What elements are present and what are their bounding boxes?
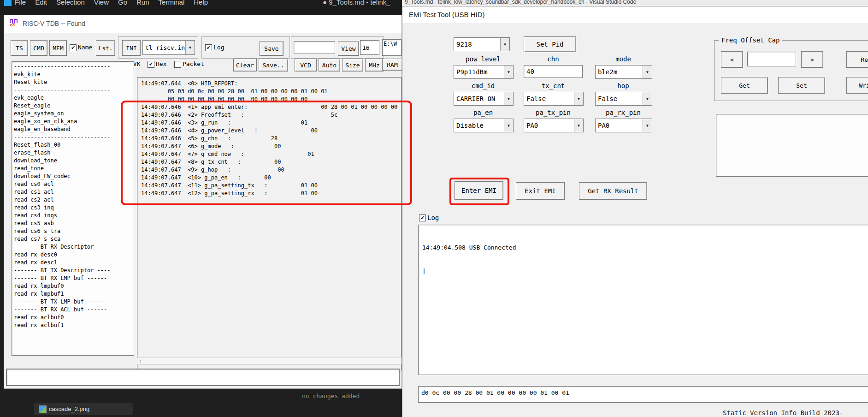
command-list-item[interactable]: ------- BT RX ACL buf ------	[14, 306, 134, 314]
command-list-item[interactable]: erase_flash	[14, 149, 134, 157]
command-list-item[interactable]: eagle_system_on	[14, 110, 134, 118]
command-list-item[interactable]: read cs7 s_sca	[14, 235, 134, 243]
ini-file-dropdown[interactable]: tl_riscv.ini ▼	[142, 40, 195, 55]
menu-help[interactable]: Help	[194, 0, 208, 6]
pa-en-dropdown[interactable]: Disable▼	[454, 119, 514, 132]
pow-level-dropdown[interactable]: P9p11dBm▼	[454, 65, 514, 79]
freq-set-button[interactable]: Set	[778, 77, 825, 94]
size-button[interactable]: Size	[342, 59, 363, 71]
menu-run[interactable]: Run	[136, 0, 149, 6]
dropdown-arrow-icon[interactable]: ▼	[574, 119, 583, 132]
menu-terminal[interactable]: Terminal	[159, 0, 185, 6]
name-checkbox[interactable]: ✔	[70, 44, 77, 51]
command-list-item[interactable]: download_FW_codec	[14, 173, 134, 180]
command-list-item[interactable]: -----------------------------	[14, 133, 134, 141]
tx-cnt-dropdown[interactable]: False▼	[524, 92, 584, 106]
command-list-item[interactable]: ------- BT RX Descriptor ----	[14, 243, 134, 251]
dropdown-arrow-icon[interactable]: ▼	[643, 119, 652, 132]
mem-button[interactable]: MEM	[49, 40, 67, 56]
get-rx-result-button[interactable]: Get RX Result	[579, 182, 647, 200]
dropdown-arrow-icon[interactable]: ▼	[504, 119, 513, 132]
freq-next-button[interactable]: >	[801, 51, 823, 68]
mode-dropdown[interactable]: ble2m▼	[595, 65, 652, 79]
menu-go[interactable]: Go	[118, 0, 127, 6]
menu-edit[interactable]: Edit	[35, 0, 47, 6]
emi-log-checkbox[interactable]: ✔	[419, 214, 426, 221]
log-checkbox[interactable]: ✔	[205, 44, 212, 51]
menu-file[interactable]: File	[15, 0, 26, 6]
command-list-item[interactable]: download_tone	[14, 157, 134, 165]
exit-emi-button[interactable]: Exit EMI	[516, 182, 565, 200]
command-list-item[interactable]: Reset_kite	[14, 78, 134, 86]
command-list-item[interactable]: read rx lmpbuf1	[14, 290, 134, 298]
command-list-item[interactable]: Reset_flash_00	[14, 141, 134, 149]
tdb-command-input[interactable]	[6, 369, 400, 386]
enter-emi-button[interactable]: Enter EMI	[455, 181, 503, 200]
pid-dropdown[interactable]: 9218▼	[454, 37, 510, 51]
emi-hex-input[interactable]: d0 0c 00 00 28 00 01 00 00 00 00 01 00 0…	[418, 386, 868, 403]
dropdown-arrow-icon[interactable]: ▼	[504, 66, 513, 78]
emi-titlebar[interactable]: EMI Test Tool (USB HID)	[402, 6, 868, 23]
vcd-button[interactable]: VCD	[295, 59, 317, 71]
hop-dropdown[interactable]: False▼	[595, 92, 652, 106]
command-list-item[interactable]: evk_eagle	[14, 94, 134, 102]
mhz-button[interactable]: MHz	[365, 59, 384, 71]
save-as-button[interactable]: Save..	[259, 59, 288, 71]
command-list-item[interactable]: read cs2 acl	[14, 196, 134, 204]
command-list-item[interactable]: -----------------------------	[14, 86, 134, 94]
command-list-item[interactable]: evk_kite	[14, 71, 134, 78]
set-pid-button[interactable]: Set Pid	[524, 36, 576, 52]
save-button[interactable]: Save	[260, 41, 283, 56]
command-list-item[interactable]: read cs3 inq	[14, 204, 134, 212]
view-width-input[interactable]	[360, 40, 379, 55]
path-box[interactable]: E:\W	[382, 39, 402, 56]
command-list-item[interactable]: read rx aclbuf1	[14, 322, 134, 329]
command-list-item[interactable]: ------- BT TX Descriptor ----	[14, 267, 134, 274]
auto-button[interactable]: Auto	[319, 59, 340, 71]
scroll-left-icon[interactable]: ‹	[139, 357, 142, 364]
view-button[interactable]: View	[338, 41, 359, 56]
dropdown-arrow-icon[interactable]: ▼	[574, 92, 583, 105]
command-list[interactable]: -----------------------------evk_kiteRes…	[12, 61, 134, 356]
taskbar-item[interactable]: cascade_2.png	[34, 403, 133, 415]
hex-checkbox[interactable]: ✔	[148, 61, 154, 68]
command-list-item[interactable]: read cs1 acl	[14, 188, 134, 196]
command-list-item[interactable]: read rx aclbuf0	[14, 314, 134, 322]
packet-checkbox[interactable]	[174, 61, 181, 68]
command-list-item[interactable]: read cs4 inqs	[14, 212, 134, 220]
pa-tx-pin-dropdown[interactable]: PA0▼	[524, 119, 584, 132]
tdb-titlebar[interactable]: hci RISC-V TDB -- Found	[4, 15, 402, 33]
freq-write-button[interactable]: Write	[846, 77, 868, 94]
command-list-item[interactable]: eagle_en_baseband	[14, 125, 134, 133]
command-list-item[interactable]: read cs6 s_tra	[14, 227, 134, 235]
command-list-item[interactable]: read rx lmpbuf0	[14, 282, 134, 290]
ini-button[interactable]: INI	[122, 40, 141, 56]
clear-button[interactable]: Clear	[233, 59, 257, 71]
chn-input[interactable]	[524, 65, 583, 78]
command-list-item[interactable]: ------- BT RX LMP buf ------	[14, 274, 134, 282]
tdb-log-panel[interactable]: 14:49:07.644 <0> HID_REPORT: 05 03 d0 0c…	[137, 77, 402, 370]
command-list-item[interactable]: Reset_eagle	[14, 102, 134, 110]
log-hscrollbar[interactable]: ‹	[137, 357, 402, 365]
ram-button[interactable]: RAM	[382, 59, 402, 71]
vscode-menubar[interactable]: File Edit Selection View Go Run Terminal…	[15, 0, 208, 6]
dropdown-arrow-icon[interactable]: ▼	[504, 92, 513, 105]
emi-log-area[interactable]: 14:49:04.508 USB Connected |	[418, 225, 868, 375]
freq-read-button[interactable]: Read	[846, 51, 868, 68]
command-list-item[interactable]: ------- BT TX LMP buf ------	[14, 298, 134, 306]
dropdown-arrow-icon[interactable]: ▼	[185, 41, 195, 54]
freq-prev-button[interactable]: <	[721, 51, 743, 68]
cmd-button[interactable]: CMD	[30, 40, 47, 56]
ts-button[interactable]: TS	[11, 40, 28, 56]
command-list-item[interactable]: read rx desc1	[14, 259, 134, 267]
dropdown-arrow-icon[interactable]: ▼	[500, 38, 509, 51]
lst-button[interactable]: Lst.	[96, 40, 115, 56]
command-list-item[interactable]: -----------------------------	[14, 63, 134, 71]
menu-view[interactable]: View	[94, 0, 109, 6]
dropdown-arrow-icon[interactable]: ▼	[643, 92, 652, 105]
command-list-item[interactable]: eagle_xo_en_clk_ana	[14, 118, 134, 125]
freq-input[interactable]	[747, 52, 796, 66]
freq-get-button[interactable]: Get	[721, 77, 768, 94]
pa-rx-pin-dropdown[interactable]: PA0▼	[595, 119, 652, 132]
cmd-id-dropdown[interactable]: CARRIER_ON▼	[454, 92, 514, 106]
